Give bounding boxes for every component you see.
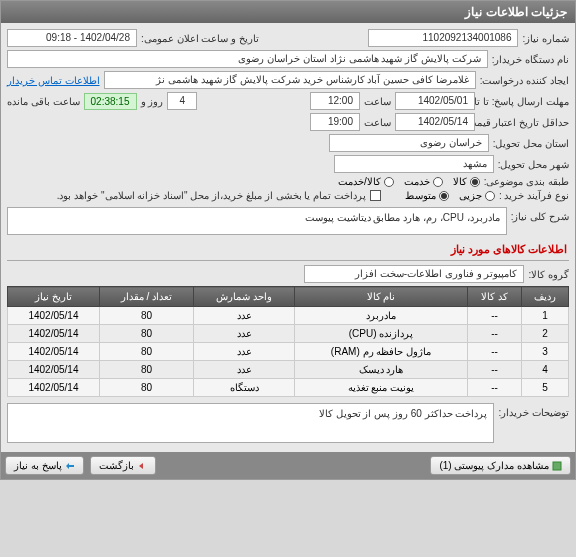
attachment-icon: [552, 461, 562, 471]
table-cell: 1402/05/14: [8, 325, 100, 343]
days-label: روز و: [141, 96, 164, 107]
table-cell: 1402/05/14: [8, 343, 100, 361]
desc-label: شرح کلی نیاز:: [511, 207, 569, 222]
table-cell: 80: [99, 379, 193, 397]
table-cell: 2: [522, 325, 569, 343]
saat-label-2: ساعت: [364, 117, 391, 128]
table-cell: --: [467, 325, 521, 343]
table-cell: 3: [522, 343, 569, 361]
table-header: نام کالا: [295, 287, 468, 307]
radio-both[interactable]: [384, 177, 394, 187]
table-cell: 1402/05/14: [8, 379, 100, 397]
radio-jozi[interactable]: [485, 191, 495, 201]
niaz-no-label: شماره نیاز:: [522, 33, 569, 44]
reply-button[interactable]: پاسخ به نیاز: [5, 456, 84, 475]
back-icon: [137, 461, 147, 471]
items-table: ردیفکد کالانام کالاواحد شمارشتعداد / مقد…: [7, 286, 569, 397]
group-label: گروه کالا:: [528, 269, 569, 280]
deliver-city-label: شهر محل تحویل:: [498, 159, 569, 170]
radio-khadamat-label: خدمت: [404, 176, 430, 187]
footer-toolbar: مشاهده مدارک پیوستی (1) بازگشت پاسخ به ن…: [1, 452, 575, 479]
deliver-prov-value: خراسان رضوی: [329, 134, 489, 152]
table-header: واحد شمارش: [193, 287, 294, 307]
table-cell: 1402/05/14: [8, 307, 100, 325]
table-header: ردیف: [522, 287, 569, 307]
radio-khadamat[interactable]: [433, 177, 443, 187]
table-cell: 80: [99, 307, 193, 325]
min-credit-date: 1402/05/14: [395, 113, 475, 131]
table-cell: --: [467, 379, 521, 397]
remain-label: ساعت باقی مانده: [7, 96, 80, 107]
radio-motavasset-label: متوسط: [405, 190, 436, 201]
table-cell: عدد: [193, 361, 294, 379]
min-credit-time: 19:00: [310, 113, 360, 131]
table-header: کد کالا: [467, 287, 521, 307]
table-row[interactable]: 4--هارد دیسکعدد801402/05/14: [8, 361, 569, 379]
table-cell: یونیت منبع تغذیه: [295, 379, 468, 397]
deadline-reply-date: 1402/05/01: [395, 92, 475, 110]
table-cell: هارد دیسک: [295, 361, 468, 379]
buyer-notes-value: پرداخت حداکثر 60 روز پس از تحویل کالا: [7, 403, 494, 443]
deadline-reply-label: مهلت ارسال پاسخ: تا تاریخ:: [479, 96, 569, 107]
table-cell: 80: [99, 325, 193, 343]
table-cell: 80: [99, 361, 193, 379]
desc-value: مادربرد، CPU، رم، هارد مطابق دیتاشیت پیو…: [7, 207, 507, 235]
table-cell: 5: [522, 379, 569, 397]
items-section-title: اطلاعات کالاهای مورد نیاز: [7, 239, 569, 261]
category-radio-group: کالا خدمت کالا/خدمت: [338, 176, 480, 187]
need-cat-label: طبقه بندی موضوعی:: [484, 176, 569, 187]
purchase-type-label: نوع فرآیند خرید :: [499, 190, 569, 201]
countdown-timer: 02:38:15: [84, 93, 137, 110]
table-row[interactable]: 3--ماژول حافظه رم (RAM)عدد801402/05/14: [8, 343, 569, 361]
deadline-reply-time: 12:00: [310, 92, 360, 110]
radio-kala[interactable]: [470, 177, 480, 187]
days-remaining: 4: [167, 92, 197, 110]
buyer-org-value: شرکت پالایش گاز شهید هاشمی نژاد استان خر…: [7, 50, 488, 68]
back-label: بازگشت: [99, 460, 134, 471]
creator-label: ایجاد کننده درخواست:: [480, 75, 569, 86]
announce-value: 1402/04/28 - 09:18: [7, 29, 137, 47]
table-cell: عدد: [193, 325, 294, 343]
table-cell: عدد: [193, 343, 294, 361]
buyer-org-label: نام دستگاه خریدار:: [492, 54, 569, 65]
radio-kala-label: کالا: [453, 176, 467, 187]
payment-note: پرداخت تمام یا بخشی از مبلغ خرید،از محل …: [57, 190, 366, 201]
radio-jozi-label: جزیی: [459, 190, 482, 201]
min-credit-label: حداقل تاریخ اعتبار قیمت: تا تاریخ:: [479, 117, 569, 128]
table-header: تاریخ نیاز: [8, 287, 100, 307]
buyer-notes-label: توضیحات خریدار:: [498, 403, 569, 418]
table-cell: پردازنده (CPU): [295, 325, 468, 343]
radio-both-label: کالا/خدمت: [338, 176, 381, 187]
table-cell: مادربرد: [295, 307, 468, 325]
table-cell: ماژول حافظه رم (RAM): [295, 343, 468, 361]
table-row[interactable]: 5--یونیت منبع تغذیهدستگاه801402/05/14: [8, 379, 569, 397]
svg-rect-0: [553, 462, 561, 470]
table-cell: --: [467, 361, 521, 379]
niaz-no-value: 1102092134001086: [368, 29, 518, 47]
table-cell: دستگاه: [193, 379, 294, 397]
table-row[interactable]: 2--پردازنده (CPU)عدد801402/05/14: [8, 325, 569, 343]
creator-value: غلامرضا کافی حسین آباد کارشناس خرید شرکت…: [104, 71, 476, 89]
table-cell: 1: [522, 307, 569, 325]
contact-link[interactable]: اطلاعات تماس خریدار: [7, 75, 100, 86]
deliver-prov-label: استان محل تحویل:: [493, 138, 569, 149]
treasury-checkbox[interactable]: [370, 190, 381, 201]
table-cell: --: [467, 343, 521, 361]
table-cell: --: [467, 307, 521, 325]
table-cell: 4: [522, 361, 569, 379]
saat-label-1: ساعت: [364, 96, 391, 107]
attachments-label: مشاهده مدارک پیوستی (1): [439, 460, 549, 471]
table-cell: 1402/05/14: [8, 361, 100, 379]
radio-motavasset[interactable]: [439, 191, 449, 201]
deliver-city-value: مشهد: [334, 155, 494, 173]
table-header: تعداد / مقدار: [99, 287, 193, 307]
attachments-button[interactable]: مشاهده مدارک پیوستی (1): [430, 456, 571, 475]
table-row[interactable]: 1--مادربردعدد801402/05/14: [8, 307, 569, 325]
announce-label: تاریخ و ساعت اعلان عمومی:: [141, 33, 259, 44]
back-button[interactable]: بازگشت: [90, 456, 156, 475]
group-value: کامپیوتر و فناوری اطلاعات-سخت افزار: [304, 265, 524, 283]
panel-title: جزئیات اطلاعات نیاز: [1, 1, 575, 23]
reply-icon: [65, 461, 75, 471]
purchase-type-group: جزیی متوسط: [405, 190, 495, 201]
table-cell: 80: [99, 343, 193, 361]
